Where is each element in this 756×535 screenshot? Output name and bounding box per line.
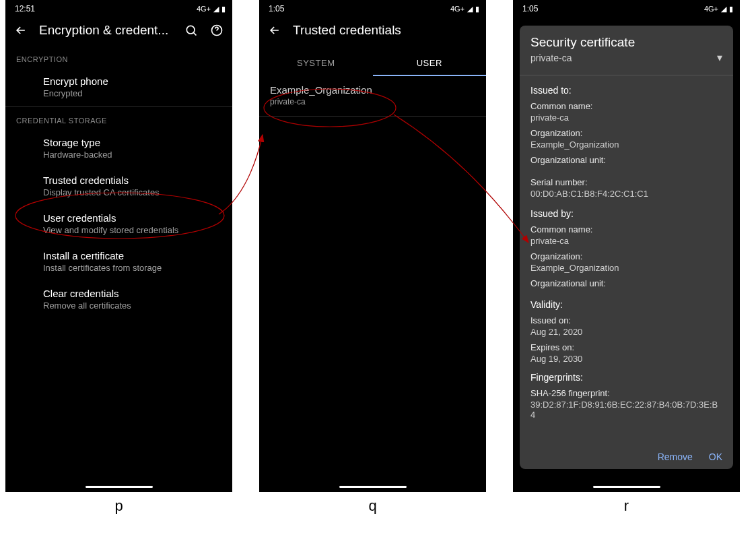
search-icon[interactable] [184, 23, 199, 38]
item-sublabel: View and modify stored credentials [43, 225, 221, 235]
screen-trusted-credentials: 1:05 4G+ ◢ ▮ Trusted credentials SYSTEM … [259, 0, 486, 492]
field-value: Aug 19, 2030 [530, 354, 722, 364]
item-label: Clear credentials [43, 288, 221, 299]
battery-icon: ▮ [221, 5, 226, 13]
tabs: SYSTEM USER [259, 50, 486, 76]
help-icon[interactable] [209, 23, 224, 38]
app-bar: Encryption & credent... [5, 16, 232, 46]
status-icons: 4G+ ◢ ▮ [704, 5, 733, 13]
remove-button[interactable]: Remove [658, 451, 693, 462]
item-sublabel: Encrypted [43, 88, 221, 98]
credential-name: private-ca [270, 97, 475, 106]
issued-by-header: Issued by: [530, 208, 722, 219]
expand-icon[interactable]: ▾ [717, 51, 722, 64]
field-label: Expires on: [530, 342, 722, 352]
field-value: 00:D0:AB:C1:B8:F4:2C:C1:C1 [530, 189, 722, 199]
page-title: Encryption & credent... [39, 23, 173, 38]
field-value: Aug 21, 2020 [530, 327, 722, 337]
certificate-dialog: Security certificate private-ca ▾ Issued… [520, 26, 733, 469]
status-bar: 1:05 4G+ ◢ ▮ [513, 0, 740, 16]
field-label: Serial number: [530, 177, 722, 187]
battery-icon: ▮ [475, 5, 479, 13]
field-label: SHA-256 fingerprint: [530, 388, 722, 398]
section-encryption: ENCRYPTION [5, 46, 232, 69]
field-label: Organizational unit: [530, 278, 722, 288]
network-indicator: 4G+ [197, 5, 211, 13]
tab-system[interactable]: SYSTEM [259, 50, 373, 76]
item-sublabel: Display trusted CA certificates [43, 187, 221, 197]
field-label: Organizational unit: [530, 155, 722, 165]
validity-header: Validity: [530, 299, 722, 310]
caption-r: r [513, 497, 740, 515]
field-label: Organization: [530, 128, 722, 138]
caption-p: p [5, 497, 232, 515]
status-icons: 4G+ ◢ ▮ [450, 5, 479, 13]
credential-item[interactable]: Example_Organization private-ca [259, 76, 486, 117]
field-value: private-ca [530, 113, 722, 123]
page-title: Trusted credentials [293, 23, 478, 38]
dialog-subtitle: private-ca [530, 53, 572, 63]
fingerprints-header: Fingerprints: [530, 372, 722, 383]
item-clear-credentials[interactable]: Clear credentials Remove all certificate… [5, 281, 232, 319]
status-bar: 1:05 4G+ ◢ ▮ [259, 0, 486, 16]
item-storage-type[interactable]: Storage type Hardware-backed [5, 130, 232, 168]
status-time: 12:51 [15, 4, 35, 13]
item-trusted-credentials[interactable]: Trusted credentials Display trusted CA c… [5, 168, 232, 206]
gesture-nav-bar[interactable] [513, 486, 740, 488]
back-icon[interactable] [13, 23, 28, 38]
field-label: Organization: [530, 251, 722, 261]
field-value: Example_Organization [530, 263, 722, 273]
signal-icon: ◢ [467, 5, 473, 13]
field-label: Issued on: [530, 315, 722, 325]
gesture-nav-bar[interactable] [5, 486, 232, 488]
signal-icon: ◢ [721, 5, 726, 13]
network-indicator: 4G+ [450, 5, 465, 13]
item-encrypt-phone[interactable]: Encrypt phone Encrypted [5, 69, 232, 106]
screen-certificate-dialog: 1:05 4G+ ◢ ▮ E p Security certificate pr… [513, 0, 740, 492]
screen-encryption-credentials: 12:51 4G+ ◢ ▮ Encryption & credent... EN… [5, 0, 232, 492]
item-label: Trusted credentials [43, 175, 221, 186]
dialog-title: Security certificate [530, 35, 722, 50]
field-label: Common name: [530, 101, 722, 111]
gesture-nav-bar[interactable] [259, 486, 486, 488]
status-icons: 4G+ ◢ ▮ [197, 5, 226, 13]
svg-point-0 [186, 26, 195, 34]
status-bar: 12:51 4G+ ◢ ▮ [5, 0, 232, 16]
item-label: Install a certificate [43, 250, 221, 261]
ok-button[interactable]: OK [709, 451, 722, 462]
network-indicator: 4G+ [704, 5, 718, 13]
item-sublabel: Remove all certificates [43, 301, 221, 311]
issued-to-header: Issued to: [530, 85, 722, 96]
item-sublabel: Hardware-backed [43, 150, 221, 160]
caption-q: q [259, 497, 486, 515]
item-label: User credentials [43, 212, 221, 224]
back-icon[interactable] [267, 23, 282, 38]
signal-icon: ◢ [213, 5, 219, 13]
item-sublabel: Install certificates from storage [43, 263, 221, 273]
item-user-credentials[interactable]: User credentials View and modify stored … [5, 206, 232, 243]
item-install-certificate[interactable]: Install a certificate Install certificat… [5, 243, 232, 281]
field-value: 39:D2:87:1F:D8:91:6B:EC:22:87:B4:0B:7D:3… [530, 400, 722, 420]
credential-org: Example_Organization [270, 84, 475, 96]
status-time: 1:05 [522, 4, 538, 13]
item-label: Encrypt phone [43, 75, 221, 87]
item-label: Storage type [43, 137, 221, 148]
field-value: private-ca [530, 236, 722, 246]
app-bar: Trusted credentials [259, 16, 486, 46]
battery-icon: ▮ [729, 5, 733, 13]
section-credential-storage: CREDENTIAL STORAGE [5, 107, 232, 130]
status-time: 1:05 [269, 4, 284, 13]
field-value: Example_Organization [530, 139, 722, 150]
tab-user[interactable]: USER [373, 50, 487, 76]
field-label: Common name: [530, 224, 722, 234]
dialog-actions: Remove OK [530, 445, 722, 462]
